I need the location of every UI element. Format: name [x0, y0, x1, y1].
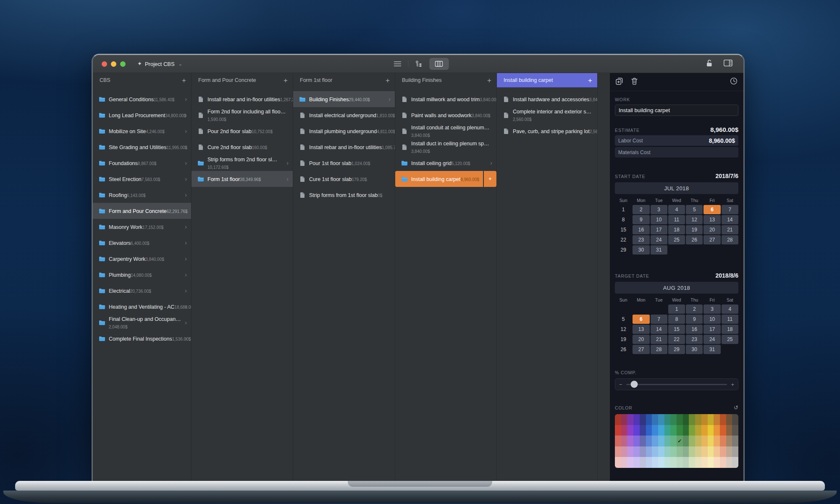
task-row-form-2nd-floor-including-all-floo[interactable]: Form 2nd floor including all floo…1,590.… [192, 107, 293, 123]
day-cell-17[interactable]: 17 [651, 225, 667, 234]
task-row-paint-walls-and-woodwork[interactable]: Paint walls and woodwork3,840.00$ [395, 107, 496, 123]
color-swatch[interactable] [714, 436, 720, 446]
color-swatch[interactable] [652, 414, 658, 425]
color-swatch[interactable] [714, 457, 720, 468]
task-row-mobilize-on-site[interactable]: Mobilize on Site4,246.00$› [93, 123, 191, 139]
day-cell-30[interactable]: 30 [633, 245, 649, 255]
color-swatch[interactable] [689, 414, 695, 425]
color-swatch[interactable] [695, 414, 701, 425]
color-swatch[interactable] [701, 436, 708, 446]
color-swatch[interactable] [658, 446, 664, 457]
day-cell-6[interactable]: 6 [633, 315, 649, 324]
color-swatch[interactable] [633, 436, 640, 446]
color-swatch[interactable] [726, 457, 732, 468]
task-row-building-finishes[interactable]: Building Finishes29,440.00$› [293, 91, 395, 107]
task-row-roofing[interactable]: Roofing6,143.00$› [93, 187, 191, 203]
task-row-foundations[interactable]: Foundations8,867.00$› [93, 155, 191, 171]
day-cell-25[interactable]: 25 [722, 335, 738, 344]
day-cell-17[interactable]: 17 [704, 325, 720, 334]
day-cell-18[interactable]: 18 [722, 325, 738, 334]
color-swatch[interactable] [627, 446, 633, 457]
color-swatch[interactable] [633, 457, 640, 468]
day-cell-28[interactable]: 28 [722, 235, 738, 244]
task-row-install-electrical-underground[interactable]: Install electrical underground1,810.00$ [293, 107, 395, 123]
color-swatch[interactable] [627, 425, 633, 436]
color-swatch[interactable] [714, 414, 720, 425]
color-swatch[interactable] [633, 414, 640, 425]
day-cell-26[interactable]: 26 [615, 345, 632, 354]
task-row-general-conditions[interactable]: General Conditions11,586.40$› [93, 91, 191, 107]
task-row-pour-2nd-floor-slab[interactable]: Pour 2nd floor slab10,752.00$ [192, 123, 293, 139]
color-swatch[interactable] [689, 457, 695, 468]
task-row-carpentry-work[interactable]: Carpentry Work3,840.00$› [93, 251, 191, 267]
color-swatch[interactable] [677, 414, 683, 425]
color-swatch[interactable] [615, 436, 621, 446]
task-row-pave-curb-and-stripe-parking-lot[interactable]: Pave, curb, and stripe parking lot2,560.… [497, 123, 597, 139]
color-swatch[interactable] [689, 436, 695, 446]
day-cell-14[interactable]: 14 [651, 325, 667, 334]
day-cell-9[interactable]: 9 [633, 215, 649, 224]
day-cell-28[interactable]: 28 [651, 345, 667, 354]
task-row-install-building-carpet[interactable]: Install building carpet8,960.00$ [395, 171, 483, 187]
color-swatch[interactable] [714, 425, 720, 436]
day-cell-26[interactable]: 26 [686, 235, 703, 244]
color-swatch[interactable] [621, 414, 627, 425]
color-swatch[interactable] [658, 457, 664, 468]
color-swatch[interactable] [670, 446, 677, 457]
color-swatch[interactable] [658, 414, 664, 425]
day-cell-10[interactable]: 10 [704, 315, 720, 324]
day-cell-24[interactable]: 24 [704, 335, 720, 344]
color-swatch[interactable] [646, 446, 652, 457]
day-cell-15[interactable]: 15 [668, 325, 685, 334]
work-input[interactable] [615, 105, 738, 116]
color-swatch[interactable] [677, 457, 683, 468]
day-cell-5[interactable]: 5 [686, 205, 703, 214]
color-swatch[interactable] [720, 425, 726, 436]
reset-color-button[interactable]: ↺ [734, 404, 738, 411]
task-row-form-and-pour-concrete[interactable]: Form and Pour Concrete62,291.76$› [93, 203, 191, 219]
color-swatch[interactable] [615, 457, 621, 468]
day-cell-11[interactable]: 11 [722, 315, 738, 324]
color-swatch[interactable] [695, 457, 701, 468]
color-swatch[interactable] [677, 446, 683, 457]
color-swatch[interactable] [621, 436, 627, 446]
day-cell-8[interactable]: 8 [668, 315, 685, 324]
delete-button[interactable] [631, 78, 638, 87]
day-cell-22[interactable]: 22 [668, 335, 685, 344]
day-cell-12[interactable]: 12 [686, 215, 703, 224]
day-cell-19[interactable]: 19 [686, 225, 703, 234]
task-row-elevators[interactable]: Elevators6,400.00$› [93, 235, 191, 251]
color-swatch[interactable] [664, 457, 671, 468]
day-cell-7[interactable]: 7 [722, 205, 738, 214]
color-swatch[interactable] [701, 425, 708, 436]
color-swatch[interactable] [732, 414, 738, 425]
color-swatch[interactable] [695, 446, 701, 457]
day-cell-2[interactable]: 2 [633, 205, 649, 214]
day-cell-18[interactable]: 18 [668, 225, 685, 234]
day-cell-29[interactable]: 29 [615, 245, 632, 255]
task-row-strip-forms-from-2nd-floor-sl[interactable]: Strip forms from 2nd floor sl…10,172.60$… [192, 155, 293, 171]
color-swatch[interactable] [664, 436, 671, 446]
task-row-install-rebar-and-in-floor-utilities[interactable]: Install rebar and in-floor utilities1,26… [192, 91, 293, 107]
slider-knob[interactable] [631, 381, 638, 388]
task-row-long-lead-procurement[interactable]: Long Lead Procurement34,800.00$› [93, 107, 191, 123]
color-swatch[interactable] [664, 425, 671, 436]
task-row-complete-interior-and-exterior-s[interactable]: Complete interior and exterior s…2,560.0… [497, 107, 597, 123]
task-row-electrical[interactable]: Electrical20,736.00$› [93, 283, 191, 299]
view-columns-button[interactable] [429, 58, 449, 70]
day-cell-3[interactable]: 3 [651, 205, 667, 214]
day-cell-1[interactable]: 1 [668, 304, 685, 314]
task-row-site-grading-and-utilities[interactable]: Site Grading and Utilities11,995.00$› [93, 139, 191, 155]
task-row-heating-and-ventilating-ac[interactable]: Heating and Ventilating - AC18,688.00$› [93, 299, 191, 315]
day-cell-24[interactable]: 24 [651, 235, 667, 244]
day-cell-8[interactable]: 8 [615, 215, 632, 224]
task-row-install-rebar-and-in-floor-utilities[interactable]: Install rebar and in-floor utilities1,08… [293, 139, 395, 155]
day-cell-31[interactable]: 31 [651, 245, 667, 255]
color-swatch[interactable] [708, 414, 714, 425]
color-swatch[interactable] [615, 414, 621, 425]
color-swatch[interactable] [683, 457, 689, 468]
color-swatch[interactable] [621, 446, 627, 457]
color-swatch[interactable] [652, 425, 658, 436]
task-row-steel-erection[interactable]: Steel Erection7,583.00$› [93, 171, 191, 187]
color-swatch[interactable] [720, 457, 726, 468]
